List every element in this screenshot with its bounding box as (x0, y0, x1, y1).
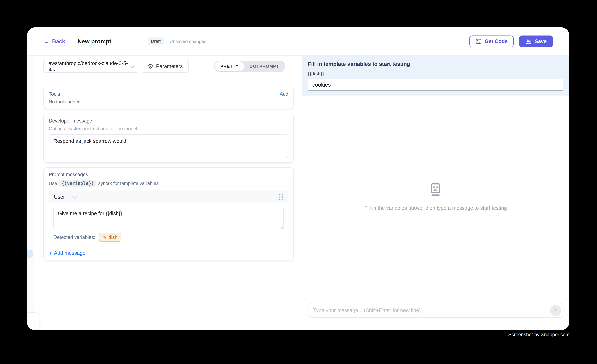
developer-message-subtitle: Optional system instructions for the mod… (49, 126, 288, 131)
role-select-value: User (54, 194, 65, 200)
add-tool-label: Add (280, 91, 288, 97)
variable-value-input[interactable] (308, 79, 563, 91)
plus-icon: + (274, 91, 278, 97)
status-badge: Draft (148, 38, 164, 45)
testing-panel: Fill in template variables to start test… (302, 56, 569, 330)
tools-title: Tools (49, 91, 60, 97)
detected-variable-name: dish (109, 235, 118, 240)
add-tool-button[interactable]: + Add (274, 91, 288, 97)
drag-handle-icon[interactable] (279, 194, 283, 200)
sidebar-peek-strip (27, 56, 34, 313)
terminal-icon (475, 38, 482, 45)
plus-icon: + (49, 250, 52, 256)
template-variables-bar: Fill in template variables to start test… (302, 56, 569, 96)
get-code-button[interactable]: Get Code (469, 36, 514, 47)
detected-variables-label: Detected variables: (54, 235, 95, 240)
hint-suffix: syntax for template variables (98, 181, 159, 186)
detected-variable-chip[interactable]: ✎ dish (99, 233, 121, 242)
sidebar-peek-popover (27, 312, 39, 330)
model-select[interactable]: aws/anthropic/bedrock-claude-3-5-s... (43, 60, 138, 73)
add-message-button[interactable]: + Add message (49, 250, 86, 256)
unsaved-changes-note: Unsaved changes (170, 39, 206, 44)
variable-label: {{dish}} (308, 71, 563, 76)
arrow-up-icon: ↑ (554, 307, 557, 314)
send-button[interactable]: ↑ (550, 305, 561, 316)
toggle-dotprompt[interactable]: DOTPROMPT (244, 61, 284, 71)
developer-message-card: Developer message Optional system instru… (43, 114, 294, 163)
watermark: Screenshot by Xnapper.com (508, 332, 570, 337)
message-content-input[interactable]: Give me a recipe for {{dish}} (53, 207, 284, 229)
hint-prefix: Use (49, 181, 57, 186)
back-button[interactable]: ← Back (43, 38, 65, 45)
prompt-messages-title: Prompt messages (49, 172, 288, 177)
model-select-value: aws/anthropic/bedrock-claude-3-5-s... (48, 61, 130, 72)
testing-heading: Fill in template variables to start test… (308, 61, 563, 67)
developer-message-input[interactable]: Respond as jack sparrow would (49, 134, 288, 158)
chat-message-input[interactable] (308, 303, 563, 318)
editor-panel: aws/anthropic/bedrock-claude-3-5-s... ⚙ … (27, 56, 302, 330)
robot-icon (428, 182, 443, 197)
prompt-messages-card: Prompt messages Use {{variable}} syntax … (43, 167, 294, 260)
back-label: Back (52, 38, 65, 45)
page-title: New prompt (78, 38, 111, 45)
message-block: User Give me a recipe for {{dish}} (49, 190, 288, 246)
parameters-label: Parameters (156, 63, 183, 69)
save-button[interactable]: Save (519, 36, 553, 47)
save-icon (525, 38, 532, 45)
save-label: Save (534, 38, 547, 44)
tools-card: Tools + Add No tools added (43, 87, 294, 109)
parameters-button[interactable]: ⚙ Parameters (142, 60, 189, 73)
model-bar: aws/anthropic/bedrock-claude-3-5-s... ⚙ … (27, 56, 302, 77)
add-message-label: Add message (54, 250, 86, 256)
empty-state-text: Fill in the variables above, then type a… (364, 205, 507, 211)
app-window: ← Back New prompt Draft Unsaved changes … (27, 27, 569, 330)
chat-empty-state: Fill in the variables above, then type a… (302, 96, 569, 298)
developer-message-title: Developer message (49, 118, 288, 124)
role-select[interactable]: User (54, 194, 76, 200)
toggle-pretty[interactable]: PRETTY (215, 61, 244, 71)
tools-empty-text: No tools added (49, 99, 288, 105)
message-header: User (49, 191, 288, 203)
chevron-down-icon (72, 194, 77, 199)
chat-input-bar: ↑ (302, 298, 569, 330)
header: ← Back New prompt Draft Unsaved changes … (27, 27, 569, 56)
variable-syntax-chip: {{variable}} (59, 180, 96, 187)
pencil-icon: ✎ (103, 235, 107, 240)
gear-icon: ⚙ (148, 63, 153, 69)
get-code-label: Get Code (485, 38, 508, 44)
back-arrow-icon: ← (43, 38, 50, 45)
view-mode-toggle: PRETTY DOTPROMPT (214, 61, 285, 72)
chevron-down-icon (130, 63, 135, 68)
sidebar-peek-active-item (27, 250, 33, 258)
